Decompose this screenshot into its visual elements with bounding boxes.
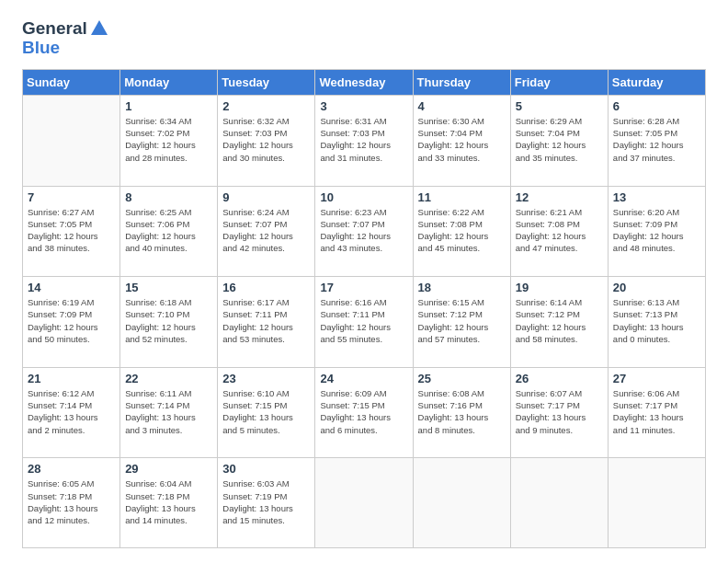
- calendar-cell: [315, 458, 413, 548]
- calendar-cell: 21Sunrise: 6:12 AM Sunset: 7:14 PM Dayli…: [23, 367, 120, 458]
- calendar-header-row: SundayMondayTuesdayWednesdayThursdayFrid…: [23, 69, 706, 95]
- calendar-cell: 27Sunrise: 6:06 AM Sunset: 7:17 PM Dayli…: [608, 367, 705, 458]
- day-number: 23: [222, 372, 310, 385]
- calendar-cell: 9Sunrise: 6:24 AM Sunset: 7:07 PM Daylig…: [218, 186, 315, 277]
- day-info: Sunrise: 6:28 AM Sunset: 7:05 PM Dayligh…: [613, 115, 700, 164]
- day-number: 17: [320, 281, 407, 294]
- calendar-cell: 5Sunrise: 6:29 AM Sunset: 7:04 PM Daylig…: [510, 95, 608, 186]
- day-number: 26: [516, 372, 603, 385]
- day-number: 8: [125, 190, 212, 204]
- day-number: 28: [28, 462, 115, 476]
- day-number: 14: [28, 281, 115, 294]
- day-number: 18: [418, 281, 506, 294]
- calendar-cell: [510, 458, 608, 548]
- calendar-cell: 4Sunrise: 6:30 AM Sunset: 7:04 PM Daylig…: [413, 95, 510, 186]
- col-header-saturday: Saturday: [608, 69, 705, 95]
- day-number: 11: [418, 190, 506, 204]
- calendar-cell: 19Sunrise: 6:14 AM Sunset: 7:12 PM Dayli…: [510, 277, 608, 368]
- day-number: 22: [125, 372, 212, 385]
- calendar-cell: 29Sunrise: 6:04 AM Sunset: 7:18 PM Dayli…: [120, 458, 218, 548]
- calendar-cell: 12Sunrise: 6:21 AM Sunset: 7:08 PM Dayli…: [510, 186, 608, 277]
- day-info: Sunrise: 6:21 AM Sunset: 7:08 PM Dayligh…: [516, 206, 603, 255]
- calendar-cell: 14Sunrise: 6:19 AM Sunset: 7:09 PM Dayli…: [23, 277, 120, 368]
- day-number: 25: [418, 372, 506, 385]
- calendar: SundayMondayTuesdayWednesdayThursdayFrid…: [22, 69, 706, 548]
- calendar-cell: 11Sunrise: 6:22 AM Sunset: 7:08 PM Dayli…: [413, 186, 510, 277]
- calendar-cell: 22Sunrise: 6:11 AM Sunset: 7:14 PM Dayli…: [120, 367, 218, 458]
- day-info: Sunrise: 6:12 AM Sunset: 7:14 PM Dayligh…: [28, 387, 115, 436]
- day-info: Sunrise: 6:14 AM Sunset: 7:12 PM Dayligh…: [516, 296, 603, 345]
- day-number: 12: [516, 190, 603, 204]
- logo-general: General: [22, 18, 87, 38]
- col-header-thursday: Thursday: [413, 69, 510, 95]
- day-number: 10: [320, 190, 407, 204]
- day-info: Sunrise: 6:23 AM Sunset: 7:07 PM Dayligh…: [320, 206, 407, 255]
- col-header-tuesday: Tuesday: [218, 69, 315, 95]
- day-number: 1: [125, 99, 212, 113]
- day-info: Sunrise: 6:30 AM Sunset: 7:04 PM Dayligh…: [418, 115, 506, 164]
- day-info: Sunrise: 6:13 AM Sunset: 7:13 PM Dayligh…: [613, 296, 700, 345]
- calendar-cell: 2Sunrise: 6:32 AM Sunset: 7:03 PM Daylig…: [218, 95, 315, 186]
- week-row-5: 28Sunrise: 6:05 AM Sunset: 7:18 PM Dayli…: [23, 458, 706, 548]
- day-info: Sunrise: 6:07 AM Sunset: 7:17 PM Dayligh…: [516, 387, 603, 436]
- calendar-cell: 18Sunrise: 6:15 AM Sunset: 7:12 PM Dayli…: [413, 277, 510, 368]
- calendar-cell: 24Sunrise: 6:09 AM Sunset: 7:15 PM Dayli…: [315, 367, 413, 458]
- day-info: Sunrise: 6:31 AM Sunset: 7:03 PM Dayligh…: [320, 115, 407, 164]
- header: General Blue: [22, 18, 706, 58]
- day-info: Sunrise: 6:25 AM Sunset: 7:06 PM Dayligh…: [125, 206, 212, 255]
- calendar-cell: 28Sunrise: 6:05 AM Sunset: 7:18 PM Dayli…: [23, 458, 120, 548]
- day-number: 21: [28, 372, 115, 385]
- day-number: 19: [516, 281, 603, 294]
- day-info: Sunrise: 6:08 AM Sunset: 7:16 PM Dayligh…: [418, 387, 506, 436]
- week-row-4: 21Sunrise: 6:12 AM Sunset: 7:14 PM Dayli…: [23, 367, 706, 458]
- calendar-cell: [23, 95, 120, 186]
- day-number: 7: [28, 190, 115, 204]
- week-row-1: 1Sunrise: 6:34 AM Sunset: 7:02 PM Daylig…: [23, 95, 706, 186]
- calendar-cell: 13Sunrise: 6:20 AM Sunset: 7:09 PM Dayli…: [608, 186, 705, 277]
- svg-marker-0: [91, 20, 108, 35]
- calendar-cell: 20Sunrise: 6:13 AM Sunset: 7:13 PM Dayli…: [608, 277, 705, 368]
- day-number: 2: [222, 99, 310, 113]
- day-info: Sunrise: 6:27 AM Sunset: 7:05 PM Dayligh…: [28, 206, 115, 255]
- day-number: 6: [613, 99, 700, 113]
- calendar-cell: [608, 458, 705, 548]
- day-info: Sunrise: 6:17 AM Sunset: 7:11 PM Dayligh…: [222, 296, 310, 345]
- day-number: 24: [320, 372, 407, 385]
- col-header-friday: Friday: [510, 69, 608, 95]
- logo-blue: Blue: [22, 39, 109, 58]
- day-info: Sunrise: 6:18 AM Sunset: 7:10 PM Dayligh…: [125, 296, 212, 345]
- calendar-cell: 16Sunrise: 6:17 AM Sunset: 7:11 PM Dayli…: [218, 277, 315, 368]
- calendar-cell: 3Sunrise: 6:31 AM Sunset: 7:03 PM Daylig…: [315, 95, 413, 186]
- day-number: 3: [320, 99, 407, 113]
- calendar-cell: 25Sunrise: 6:08 AM Sunset: 7:16 PM Dayli…: [413, 367, 510, 458]
- day-info: Sunrise: 6:29 AM Sunset: 7:04 PM Dayligh…: [516, 115, 603, 164]
- day-info: Sunrise: 6:24 AM Sunset: 7:07 PM Dayligh…: [222, 206, 310, 255]
- day-info: Sunrise: 6:06 AM Sunset: 7:17 PM Dayligh…: [613, 387, 700, 436]
- col-header-sunday: Sunday: [23, 69, 120, 95]
- calendar-cell: 17Sunrise: 6:16 AM Sunset: 7:11 PM Dayli…: [315, 277, 413, 368]
- day-info: Sunrise: 6:19 AM Sunset: 7:09 PM Dayligh…: [28, 296, 115, 345]
- day-number: 16: [222, 281, 310, 294]
- calendar-cell: 8Sunrise: 6:25 AM Sunset: 7:06 PM Daylig…: [120, 186, 218, 277]
- day-info: Sunrise: 6:32 AM Sunset: 7:03 PM Dayligh…: [222, 115, 310, 164]
- day-number: 29: [125, 462, 212, 476]
- calendar-cell: [413, 458, 510, 548]
- day-number: 30: [222, 462, 310, 476]
- day-info: Sunrise: 6:03 AM Sunset: 7:19 PM Dayligh…: [222, 477, 310, 526]
- day-info: Sunrise: 6:22 AM Sunset: 7:08 PM Dayligh…: [418, 206, 506, 255]
- calendar-cell: 10Sunrise: 6:23 AM Sunset: 7:07 PM Dayli…: [315, 186, 413, 277]
- day-info: Sunrise: 6:34 AM Sunset: 7:02 PM Dayligh…: [125, 115, 212, 164]
- logo: General Blue: [22, 18, 109, 58]
- page: General Blue SundayMondayTuesdayWednesda…: [0, 0, 728, 563]
- day-info: Sunrise: 6:04 AM Sunset: 7:18 PM Dayligh…: [125, 477, 212, 526]
- day-number: 27: [613, 372, 700, 385]
- calendar-cell: 15Sunrise: 6:18 AM Sunset: 7:10 PM Dayli…: [120, 277, 218, 368]
- day-info: Sunrise: 6:16 AM Sunset: 7:11 PM Dayligh…: [320, 296, 407, 345]
- col-header-monday: Monday: [120, 69, 218, 95]
- col-header-wednesday: Wednesday: [315, 69, 413, 95]
- calendar-cell: 6Sunrise: 6:28 AM Sunset: 7:05 PM Daylig…: [608, 95, 705, 186]
- day-number: 9: [222, 190, 310, 204]
- calendar-cell: 7Sunrise: 6:27 AM Sunset: 7:05 PM Daylig…: [23, 186, 120, 277]
- day-number: 13: [613, 190, 700, 204]
- day-info: Sunrise: 6:20 AM Sunset: 7:09 PM Dayligh…: [613, 206, 700, 255]
